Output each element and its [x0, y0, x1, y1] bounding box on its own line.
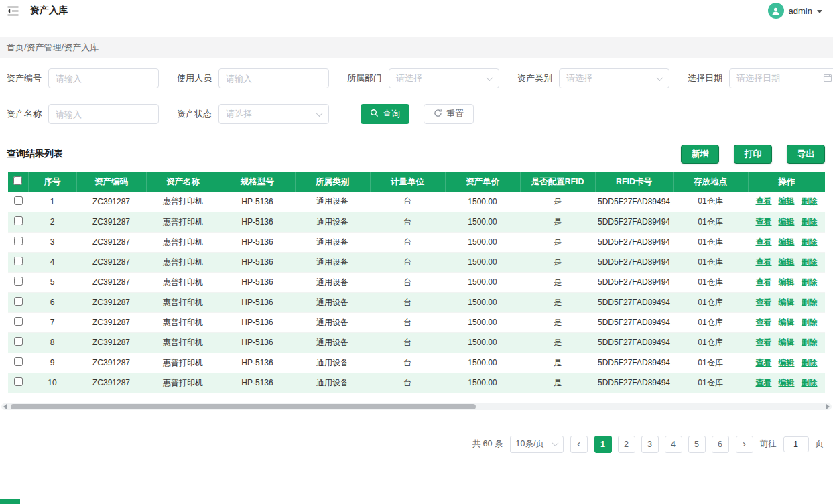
select-all-checkbox[interactable]	[13, 176, 22, 185]
table-cell: 通用设备	[295, 252, 370, 272]
row-action-delete[interactable]: 删除	[802, 358, 818, 367]
scroll-right-icon[interactable]	[826, 404, 830, 410]
row-action-view[interactable]: 查看	[756, 318, 772, 327]
row-action-edit[interactable]: 编辑	[779, 378, 795, 387]
row-action-delete[interactable]: 删除	[802, 196, 818, 206]
row-checkbox[interactable]	[14, 357, 23, 366]
date-picker[interactable]: 请选择日期	[729, 68, 833, 88]
row-action-edit[interactable]: 编辑	[779, 237, 795, 247]
row-actions-cell: 查看编辑删除	[748, 373, 825, 393]
row-action-view[interactable]: 查看	[756, 196, 772, 206]
row-checkbox[interactable]	[14, 317, 23, 326]
table-cell: HP-5136	[220, 272, 295, 292]
user-menu[interactable]: admin	[768, 3, 822, 19]
reset-button[interactable]: 重置	[424, 104, 474, 124]
goto-page-input[interactable]	[783, 436, 809, 452]
row-action-delete[interactable]: 删除	[802, 298, 818, 307]
table-cell: HP-5136	[220, 332, 295, 353]
breadcrumb: 首页/资产管理/资产入库	[0, 37, 833, 58]
asset-category-select[interactable]: 请选择	[559, 68, 669, 88]
row-action-view[interactable]: 查看	[756, 217, 772, 227]
table-cell: 6	[28, 292, 76, 312]
filter-panel: 资产编号 使用人员 所属部门 请选择 资产类别 请选择 选择日期 请选择日期	[0, 58, 833, 124]
export-button[interactable]: 导出	[787, 145, 825, 164]
table-cell: 台	[370, 252, 445, 272]
prev-page-button[interactable]: ‹	[570, 436, 588, 453]
table-cell: 是	[520, 332, 595, 353]
page-button-3[interactable]: 3	[641, 436, 659, 453]
row-action-delete[interactable]: 删除	[802, 237, 818, 247]
row-action-delete[interactable]: 删除	[802, 318, 818, 327]
chevron-down-icon	[657, 74, 663, 81]
collapse-menu-icon[interactable]	[7, 5, 19, 17]
avatar	[768, 3, 784, 19]
table-cell: HP-5136	[220, 353, 295, 373]
row-action-view[interactable]: 查看	[756, 338, 772, 347]
page-button-2[interactable]: 2	[618, 436, 635, 453]
page-button-6[interactable]: 6	[712, 436, 729, 453]
table-row: 8ZC391287惠普打印机HP-5136通用设备台1500.00是5DD5F2…	[8, 332, 825, 353]
row-action-delete[interactable]: 删除	[802, 277, 818, 287]
print-button[interactable]: 打印	[734, 145, 772, 164]
row-action-edit[interactable]: 编辑	[779, 358, 795, 367]
asset-name-input[interactable]	[48, 104, 159, 124]
row-action-view[interactable]: 查看	[756, 257, 772, 267]
row-checkbox[interactable]	[14, 257, 23, 265]
scroll-left-icon[interactable]	[3, 404, 7, 410]
row-action-view[interactable]: 查看	[756, 298, 772, 307]
asset-status-select[interactable]: 请选择	[218, 104, 329, 124]
table-cell: 1500.00	[445, 192, 520, 212]
row-action-delete[interactable]: 删除	[802, 257, 818, 267]
row-action-view[interactable]: 查看	[756, 277, 772, 287]
row-checkbox[interactable]	[14, 237, 23, 245]
row-action-edit[interactable]: 编辑	[779, 298, 795, 307]
asset-name-label: 资产名称	[7, 108, 42, 120]
table-cell: 惠普打印机	[146, 312, 220, 332]
page-button-5[interactable]: 5	[688, 436, 706, 453]
row-action-view[interactable]: 查看	[756, 378, 772, 387]
row-checkbox[interactable]	[14, 377, 23, 386]
row-checkbox[interactable]	[14, 216, 23, 225]
row-action-edit[interactable]: 编辑	[779, 277, 795, 287]
table-cell: 惠普打印机	[146, 353, 220, 373]
table-cell: 惠普打印机	[146, 192, 220, 212]
total-count: 共 60 条	[472, 438, 503, 450]
table-cell: 7	[28, 312, 76, 332]
row-action-edit[interactable]: 编辑	[779, 338, 795, 347]
row-action-edit[interactable]: 编辑	[779, 217, 795, 227]
department-select[interactable]: 请选择	[389, 68, 499, 88]
row-action-edit[interactable]: 编辑	[779, 196, 795, 206]
asset-code-input[interactable]	[48, 68, 159, 88]
row-action-delete[interactable]: 删除	[802, 378, 818, 387]
row-action-view[interactable]: 查看	[756, 358, 772, 367]
row-action-edit[interactable]: 编辑	[779, 318, 795, 327]
row-checkbox[interactable]	[14, 297, 23, 306]
page-list: 123456	[594, 436, 729, 453]
table-cell: 惠普打印机	[146, 252, 220, 272]
table-cell: 8	[28, 332, 76, 353]
scrollbar-thumb[interactable]	[11, 404, 476, 410]
next-page-button[interactable]: ›	[736, 436, 753, 453]
row-actions-cell: 查看编辑删除	[748, 292, 825, 312]
row-checkbox[interactable]	[14, 196, 23, 205]
row-action-view[interactable]: 查看	[756, 237, 772, 247]
add-button[interactable]: 新增	[681, 145, 719, 164]
search-icon	[370, 109, 379, 119]
row-action-edit[interactable]: 编辑	[779, 257, 795, 267]
row-checkbox[interactable]	[14, 277, 23, 286]
table-cell: 1500.00	[445, 312, 520, 332]
table-row: 7ZC391287惠普打印机HP-5136通用设备台1500.00是5DD5F2…	[8, 312, 825, 332]
row-checkbox-cell	[8, 212, 28, 232]
search-button[interactable]: 查询	[361, 104, 409, 124]
user-input[interactable]	[218, 68, 329, 88]
page-button-1[interactable]: 1	[594, 436, 612, 453]
row-action-delete[interactable]: 删除	[802, 338, 818, 347]
table-cell: 5DD5F27FAD89494	[595, 192, 673, 212]
page-size-select[interactable]: 10条/页	[510, 436, 564, 453]
page-button-4[interactable]: 4	[665, 436, 682, 453]
row-checkbox[interactable]	[14, 337, 23, 346]
row-actions-cell: 查看编辑删除	[748, 353, 825, 373]
row-action-delete[interactable]: 删除	[802, 217, 818, 227]
horizontal-scrollbar[interactable]	[1, 403, 832, 410]
table-cell: 01仓库	[673, 332, 748, 353]
